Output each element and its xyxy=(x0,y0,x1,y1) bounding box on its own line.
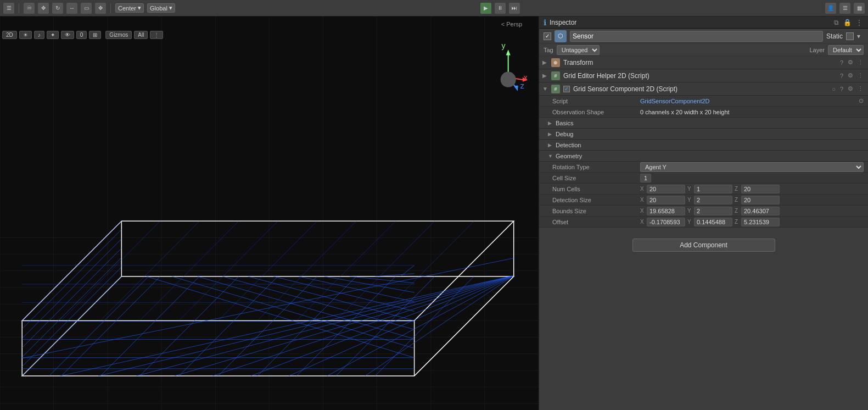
bounds-size-row: Bounds Size X Y Z xyxy=(539,206,868,217)
layer-label: Layer xyxy=(809,47,825,53)
grid-sensor-settings-icon[interactable]: ⚙ xyxy=(847,85,854,92)
observation-shape-label: Observation Shape xyxy=(552,109,640,115)
detection-arrow: ▶ xyxy=(548,142,553,148)
inspector-more-icon[interactable]: ⋮ xyxy=(855,19,864,26)
play-button[interactable]: ▶ xyxy=(480,3,491,14)
unity-menu-icon[interactable]: ☰ xyxy=(3,3,14,14)
all-btn[interactable]: All xyxy=(134,31,148,39)
transform-icons-right: ? ⚙ ⋮ xyxy=(839,59,865,66)
basics-label: Basics xyxy=(556,120,573,126)
layers-icon[interactable]: ☰ xyxy=(839,3,850,14)
cell-size-value[interactable]: 1 xyxy=(640,174,651,182)
grid-editor-component-header[interactable]: ▶ # Grid Editor Helper 2D (Script) ? ⚙ ⋮ xyxy=(539,69,868,82)
rotation-type-select[interactable]: Agent Y xyxy=(640,162,864,172)
detection-label: Detection xyxy=(556,142,581,148)
lighting-btn[interactable]: ☀ xyxy=(19,31,32,39)
inspector-lock-icon[interactable]: 🔒 xyxy=(842,19,853,26)
center-pivot-dropdown[interactable]: Center ▾ xyxy=(115,3,144,13)
geometry-section-header[interactable]: ▼ Geometry xyxy=(539,151,868,162)
offset-x-input[interactable] xyxy=(647,218,685,226)
y-label-4: Y xyxy=(687,219,693,225)
debug-section-header[interactable]: ▶ Debug xyxy=(539,129,868,140)
offset-z-input[interactable] xyxy=(741,218,780,226)
grid-sensor-icons-right: ○ ? ⚙ ⋮ xyxy=(831,85,865,92)
num-cells-z-input[interactable] xyxy=(741,185,780,193)
center-label: Center xyxy=(118,5,136,12)
chevron-down-icon: ▾ xyxy=(138,4,141,12)
inspector-title: Inspector xyxy=(550,19,830,26)
detection-section-header[interactable]: ▶ Detection xyxy=(539,140,868,151)
grid-sensor-circle-icon[interactable]: ○ xyxy=(831,86,837,92)
scene-visibility-btn[interactable]: 👁 xyxy=(61,31,74,39)
account-icon[interactable]: 👤 xyxy=(825,3,836,14)
layer-count[interactable]: 0 xyxy=(76,31,87,39)
num-cells-x-field: X xyxy=(640,185,685,193)
grid-sensor-question-icon[interactable]: ? xyxy=(839,86,844,92)
x-label-1: X xyxy=(640,186,646,192)
grid-sensor-component-header[interactable]: ▼ # ✓ Grid Sensor Component 2D (Script) … xyxy=(539,82,868,96)
global-local-dropdown[interactable]: Global ▾ xyxy=(147,3,175,13)
offset-label: Offset xyxy=(552,219,640,225)
transform-more-icon[interactable]: ⋮ xyxy=(856,59,865,66)
detection-size-z-input[interactable] xyxy=(741,196,780,204)
bounds-size-z-input[interactable] xyxy=(741,207,780,215)
bounds-size-x-input[interactable] xyxy=(647,207,685,215)
tag-select[interactable]: Untagged xyxy=(557,45,600,55)
hand-tool[interactable]: ♾ xyxy=(24,3,35,14)
bounds-size-y-field: Y xyxy=(687,207,732,215)
svg-rect-0 xyxy=(0,16,539,410)
detection-size-x-input[interactable] xyxy=(647,196,685,204)
layout-icon[interactable]: ▦ xyxy=(854,3,865,14)
grid-sensor-checkbox[interactable]: ✓ xyxy=(563,86,570,92)
grid-sensor-name: Grid Sensor Component 2D (Script) xyxy=(573,85,827,93)
gizmos-btn[interactable]: Gizmos xyxy=(105,31,132,39)
grid-editor-settings-icon[interactable]: ⚙ xyxy=(847,72,854,79)
rotate-tool[interactable]: ↻ xyxy=(52,3,63,14)
offset-y-field: Y xyxy=(687,218,732,226)
grid-editor-icons-right: ? ⚙ ⋮ xyxy=(839,72,865,79)
grid-sensor-more-icon[interactable]: ⋮ xyxy=(856,85,865,92)
grid-editor-more-icon[interactable]: ⋮ xyxy=(856,72,865,79)
num-cells-label: Num Cells xyxy=(552,186,640,192)
static-checkbox[interactable] xyxy=(846,32,854,40)
viewport[interactable]: ◆ Scene ▶ Game xyxy=(0,16,539,410)
audio-btn[interactable]: ♪ xyxy=(34,31,44,39)
script-label: Script xyxy=(552,98,640,104)
num-cells-y-field: Y xyxy=(687,185,732,193)
more-options-btn[interactable]: ⋮ xyxy=(150,31,163,39)
grid-editor-question-icon[interactable]: ? xyxy=(839,73,844,79)
offset-y-input[interactable] xyxy=(694,218,732,226)
transform-component-header[interactable]: ▶ ⊕ Transform ? ⚙ ⋮ xyxy=(539,56,868,69)
static-dropdown-arrow[interactable]: ▾ xyxy=(857,32,864,40)
step-button[interactable]: ⏭ xyxy=(509,3,520,14)
z-label-1: Z xyxy=(735,186,740,192)
z-label-4: Z xyxy=(735,219,740,225)
script-value[interactable]: GridSensorComponent2D xyxy=(640,98,859,104)
offset-z-field: Z xyxy=(735,218,780,226)
num-cells-xyz: X Y Z xyxy=(640,185,864,193)
object-name-input[interactable] xyxy=(570,31,823,42)
transform-name: Transform xyxy=(563,59,836,67)
2d-toggle[interactable]: 2D xyxy=(2,31,17,39)
move-tool[interactable]: ✥ xyxy=(38,3,49,14)
num-cells-x-input[interactable] xyxy=(647,185,685,193)
bounds-size-y-input[interactable] xyxy=(694,207,732,215)
sep-2 xyxy=(110,3,111,13)
transform-settings-icon[interactable]: ⚙ xyxy=(847,59,854,66)
rect-tool[interactable]: ▭ xyxy=(81,3,92,14)
object-enabled-checkbox[interactable]: ✓ xyxy=(544,32,551,40)
basics-section-header[interactable]: ▶ Basics xyxy=(539,118,868,129)
scale-tool[interactable]: ↔ xyxy=(66,3,77,14)
transform-question-icon[interactable]: ? xyxy=(839,59,844,66)
fx-btn[interactable]: ✦ xyxy=(47,31,59,39)
add-component-button[interactable]: Add Component xyxy=(632,239,775,252)
grid-editor-arrow: ▶ xyxy=(542,73,548,79)
inspector-popup-icon[interactable]: ⧉ xyxy=(833,19,840,26)
layer-select[interactable]: Default xyxy=(828,45,864,55)
pause-button[interactable]: ⏸ xyxy=(495,3,506,14)
detection-size-y-input[interactable] xyxy=(694,196,732,204)
grid-btn[interactable]: ⊞ xyxy=(89,31,101,39)
num-cells-y-input[interactable] xyxy=(694,185,732,193)
rotation-type-label: Rotation Type xyxy=(552,164,640,170)
transform-tool[interactable]: ✥ xyxy=(95,3,106,14)
